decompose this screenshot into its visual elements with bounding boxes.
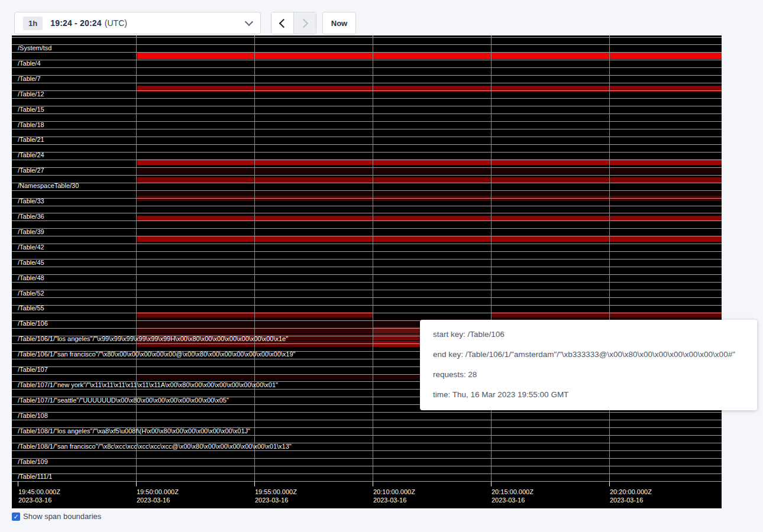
timezone-label: (UTC) [105,18,127,28]
row-label: /Table/27 [18,167,44,174]
span-boundary-line [12,251,722,252]
row-label: /Table/108 [18,413,48,419]
hover-tooltip: start key: /Table/106 end key: /Table/10… [420,320,757,410]
span-boundary-line [12,236,722,236]
row-label: /System/tsd [18,45,51,51]
heatmap-band [137,53,722,59]
row-label: /Table/39 [18,229,44,235]
span-boundary-line [12,481,722,482]
x-axis-label: 20:15:00.000Z2023-03-16 [492,488,534,504]
chevron-down-icon [245,18,253,26]
column-boundary-line [254,35,255,481]
span-boundary-line [12,106,722,106]
column-boundary-line [373,35,373,481]
span-boundary-line [12,113,722,114]
span-boundary-line [12,90,722,91]
span-boundary-line [12,412,722,413]
span-boundary-line [12,305,722,306]
row-label: /Table/36 [18,213,44,220]
axis-tick [18,481,18,486]
row-label: /Table/107/1/"seattle"/"UUUUUUD\x00\x80\… [18,397,229,404]
span-boundary-line [12,274,722,275]
x-axis-time: 20:10:00.000Z [373,488,415,496]
time-range-label: 19:24 - 20:24 [50,18,102,28]
x-axis-date: 2023-03-16 [137,496,179,504]
span-boundary-line [12,83,722,83]
row-label: /Table/52 [18,290,44,297]
next-button[interactable] [294,12,316,34]
row-label: /Table/107 [18,366,48,373]
key-visualizer-heatmap[interactable]: 19:45:00.000Z2023-03-1619:50:00.000Z2023… [12,35,722,508]
now-button[interactable]: Now [322,12,356,34]
checkmark-icon: ✓ [13,513,18,520]
row-label: /Table/45 [18,259,44,266]
row-label: /Table/15 [18,106,44,113]
span-boundary-line [12,190,722,191]
span-boundary-line [12,160,722,160]
x-axis-time: 20:15:00.000Z [492,488,534,496]
axis-tick [373,481,373,486]
x-axis-time: 20:20:00.000Z [610,488,652,496]
row-label: /Table/24 [18,152,44,158]
duration-badge: 1h [23,17,43,30]
heatmap-band [137,236,722,242]
row-label: /Table/111/1 [18,473,52,480]
x-axis-date: 2023-03-16 [255,496,297,504]
span-boundary-line [12,450,722,451]
span-boundary-line [12,137,722,137]
x-axis-time: 19:50:00.000Z [137,488,179,496]
span-boundary-line [12,458,722,459]
row-label: /Table/109 [18,459,48,465]
column-boundary-line [136,35,137,481]
row-label: /Table/33 [18,198,44,205]
prev-button[interactable] [271,12,294,34]
show-span-boundaries-label: Show span boundaries [23,512,101,521]
tooltip-requests: requests: 28 [433,369,751,381]
time-range-selector[interactable]: 1h 19:24 - 20:24 (UTC) [14,12,261,34]
span-boundary-line [12,228,722,229]
span-boundary-line [12,183,722,183]
chevron-left-icon [279,18,289,28]
span-boundary-line [12,98,722,99]
row-label: /Table/21 [18,137,44,143]
row-label: /Table/42 [18,244,44,251]
row-label: /Table/108/1/"san francisco"/"\x8c\xcc\x… [18,443,292,450]
span-boundary-line [12,75,722,76]
span-boundary-line [12,473,722,474]
x-axis-date: 2023-03-16 [18,496,60,504]
x-axis-time: 19:45:00.000Z [18,488,60,496]
span-boundary-line [12,220,722,221]
axis-tick [609,481,610,486]
span-boundary-line [12,129,722,129]
span-boundary-line [12,37,722,38]
axis-tick [136,481,137,486]
span-boundary-line [12,244,722,244]
heatmap-band [137,167,722,174]
span-boundary-line [12,144,722,145]
x-axis-time: 19:55:00.000Z [255,488,297,496]
row-label: /Table/48 [18,275,44,281]
row-label: /Table/106/1/"los angeles"/"\x99\x99\x99… [18,336,288,342]
span-boundary-line [12,52,722,53]
x-axis-date: 2023-03-16 [373,496,415,504]
x-axis-label: 19:50:00.000Z2023-03-16 [137,488,179,504]
span-boundary-line [12,198,722,199]
span-boundary-line [12,259,722,259]
row-label: /Table/12 [18,91,44,98]
tooltip-end-key: end key: /Table/106/1/"amsterdam"/"\xb33… [433,349,751,361]
axis-tick [254,481,255,486]
show-span-boundaries-checkbox[interactable]: ✓ [12,512,20,521]
footer: ✓ Show span boundaries [12,512,101,521]
chevron-right-icon [299,18,309,28]
x-axis-label: 20:10:00.000Z2023-03-16 [373,488,415,504]
row-label: /Table/18 [18,122,44,128]
span-boundary-line [12,121,722,122]
x-axis-label: 20:20:00.000Z2023-03-16 [610,488,652,504]
row-label: /NamespaceTable/30 [18,183,79,189]
heatmap-band [137,192,722,195]
span-boundary-line [12,206,722,206]
span-boundary-line [12,282,722,283]
x-axis-date: 2023-03-16 [492,496,534,504]
x-axis-label: 19:55:00.000Z2023-03-16 [255,488,297,504]
x-axis-label: 19:45:00.000Z2023-03-16 [18,488,60,504]
